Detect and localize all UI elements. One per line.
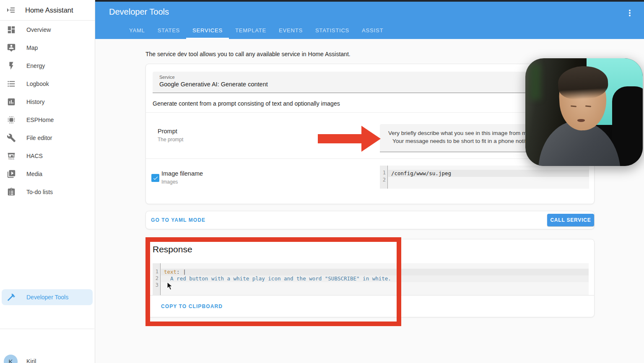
sidebar-item-developer-tools[interactable]: Developer Tools <box>2 289 93 305</box>
sidebar-item-map[interactable]: Map <box>0 39 95 57</box>
tab-states[interactable]: STATES <box>151 23 186 39</box>
presenter-head <box>559 68 606 130</box>
image-filename-editor[interactable]: 1 2 /config/www/su.jpeg <box>380 166 589 189</box>
menu-open-icon[interactable] <box>6 5 16 15</box>
sidebar-divider <box>0 329 94 329</box>
sidebar-item-logbook[interactable]: Logbook <box>0 75 95 93</box>
prompt-sublabel: The prompt <box>158 137 183 143</box>
overflow-menu-icon[interactable] <box>625 8 635 18</box>
line-number-gutter: 1 2 <box>380 166 388 189</box>
sidebar-item-hacs[interactable]: HACS HACS <box>0 147 95 165</box>
service-toolbar-card: GO TO YAML MODE CALL SERVICE <box>145 211 595 229</box>
wrench-icon <box>7 133 16 143</box>
tab-events[interactable]: EVENTS <box>273 23 309 39</box>
image-filename-label: Image filename <box>161 170 203 177</box>
screen: Home Assistant Overview Map Energy Logbo… <box>0 0 644 363</box>
image-filename-checkbox[interactable] <box>151 174 159 182</box>
intro-text: The service dev tool allows you to call … <box>145 51 351 57</box>
service-select-label: Service <box>159 75 582 80</box>
hacs-store-icon: HACS <box>7 151 16 161</box>
tab-assist[interactable]: ASSIST <box>356 23 390 39</box>
app-header: Developer Tools YAML STATES SERVICES TEM… <box>95 2 644 39</box>
user-name: Kiril <box>26 358 36 363</box>
response-footer: COPY TO CLIPBOARD <box>146 295 594 317</box>
hammer-icon <box>7 293 16 302</box>
sidebar-item-user[interactable]: K Kiril <box>0 352 94 363</box>
sidebar: Home Assistant Overview Map Energy Logbo… <box>0 0 95 363</box>
dashboard-icon <box>7 25 16 34</box>
map-icon <box>7 43 16 52</box>
tab-template[interactable]: TEMPLATE <box>229 23 273 39</box>
svg-text:HACS: HACS <box>8 158 15 160</box>
page-title: Developer Tools <box>109 7 169 17</box>
tab-bar: YAML STATES SERVICES TEMPLATE EVENTS STA… <box>123 23 390 39</box>
sidebar-header: Home Assistant <box>0 0 95 21</box>
code-line: /config/www/su.jpeg <box>388 170 589 177</box>
app-title: Home Assistant <box>25 6 73 14</box>
image-filename-sublabel: Images <box>161 179 178 185</box>
sidebar-item-energy[interactable]: Energy <box>0 57 95 75</box>
response-code-line2: A red button with a white play icon and … <box>161 275 589 282</box>
chip-icon <box>7 115 16 124</box>
response-title: Response <box>153 244 192 254</box>
annotation-red-arrow <box>318 134 362 143</box>
service-description: Generate content from a prompt consistin… <box>153 100 340 107</box>
go-to-yaml-mode-link[interactable]: GO TO YAML MODE <box>151 217 205 223</box>
presenter-webcam-overlay <box>525 58 643 166</box>
response-editor[interactable]: 1 2 3 text: | A red button with a white … <box>153 263 589 295</box>
avatar: K <box>4 355 18 363</box>
mouse-cursor <box>167 282 173 290</box>
response-code-line1: text: | <box>161 269 589 275</box>
tab-services[interactable]: SERVICES <box>186 23 229 39</box>
webcam-plant <box>530 65 541 100</box>
copy-to-clipboard-link[interactable]: COPY TO CLIPBOARD <box>161 303 223 309</box>
tab-statistics[interactable]: STATISTICS <box>309 23 356 39</box>
annotation-red-arrow-head <box>361 126 381 152</box>
check-icon <box>153 175 158 181</box>
sidebar-item-media[interactable]: Media <box>0 165 95 183</box>
call-service-button[interactable]: CALL SERVICE <box>547 214 594 226</box>
prompt-label: Prompt <box>158 128 177 135</box>
service-select-value: Google Generative AI: Generate content <box>159 81 582 88</box>
response-card: Response 1 2 3 text: | A red button with… <box>145 239 595 317</box>
list-icon <box>7 79 16 88</box>
sidebar-item-overview[interactable]: Overview <box>0 21 95 39</box>
clipboard-list-icon <box>7 187 16 197</box>
media-play-icon <box>7 169 16 179</box>
service-select[interactable]: Service Google Generative AI: Generate c… <box>153 72 589 93</box>
line-number-gutter: 1 2 3 <box>153 263 161 295</box>
sidebar-item-history[interactable]: History <box>0 93 95 111</box>
divider <box>146 158 594 159</box>
lightning-icon <box>7 61 16 70</box>
sidebar-item-file-editor[interactable]: File editor <box>0 129 95 147</box>
tab-yaml[interactable]: YAML <box>123 23 151 39</box>
sidebar-item-esphome[interactable]: ESPHome <box>0 111 95 129</box>
chart-box-icon <box>7 97 16 106</box>
presenter-eye <box>585 105 591 107</box>
presenter-hair <box>557 65 609 100</box>
sidebar-item-todo[interactable]: To-do lists <box>0 183 95 201</box>
